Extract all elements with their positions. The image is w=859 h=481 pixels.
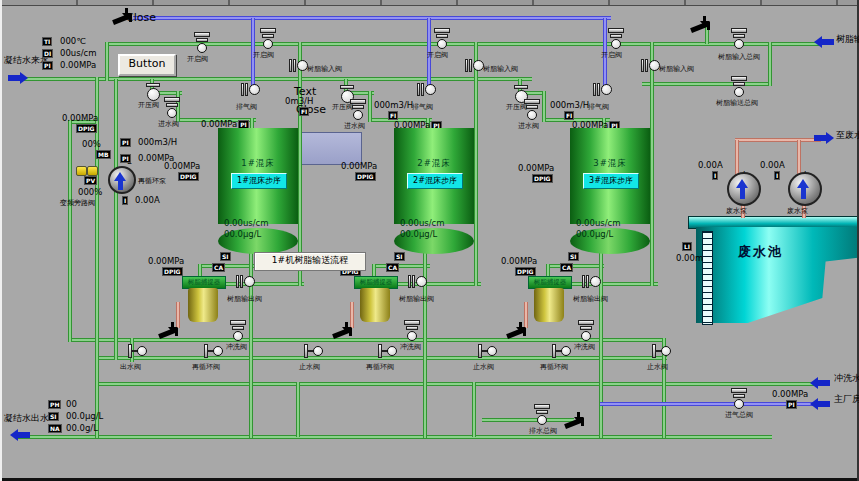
valve-body	[561, 346, 571, 356]
valve[interactable]	[534, 404, 554, 428]
valve-label: 树脂输送总阀	[716, 98, 758, 108]
flow-arrow	[814, 132, 834, 144]
valve-bonnet	[731, 28, 747, 33]
instrument-tag: CA	[560, 263, 573, 272]
drain-icon	[692, 16, 718, 36]
valve[interactable]	[578, 320, 598, 344]
valve[interactable]	[230, 320, 250, 344]
valve-body	[734, 39, 744, 49]
valve[interactable]	[289, 58, 309, 82]
recirculation-pump[interactable]	[108, 166, 136, 194]
pipe	[735, 138, 821, 142]
waste-pool	[696, 227, 858, 323]
flow-arrow	[8, 72, 28, 84]
flow-arrow	[10, 429, 30, 441]
instrument-reading: 0.00A	[135, 195, 160, 205]
valve-stem-box	[352, 105, 364, 109]
menu-bar[interactable]	[2, 0, 859, 6]
flow-arrow	[814, 36, 834, 48]
generic-button[interactable]: Button	[118, 54, 176, 76]
pipe	[95, 382, 821, 386]
valve[interactable]	[641, 58, 661, 82]
flow-arrow	[810, 377, 830, 389]
instrument-tag: DPIG	[178, 172, 199, 181]
resin-trap-body	[360, 288, 390, 322]
step-sequence-button-2[interactable]: 2#混床步序	[407, 173, 463, 189]
flow-arrow	[810, 398, 830, 410]
step-sequence-button-3[interactable]: 3#混床步序	[583, 173, 639, 189]
instrument-tag: PH	[48, 400, 61, 409]
valve-flange	[293, 59, 296, 72]
valve-bonnet	[164, 97, 180, 102]
valve-stem-box	[436, 34, 448, 38]
step-sequence-button-1[interactable]: 1#混床步序	[231, 173, 287, 189]
valve[interactable]	[194, 32, 214, 56]
pipe	[16, 77, 532, 81]
valve-label: 止水阀	[647, 362, 668, 372]
arrow-body	[818, 401, 830, 407]
waste-pump-2[interactable]	[788, 172, 822, 206]
pump-arrow-stem	[118, 181, 123, 190]
manual-auto-icon[interactable]	[87, 166, 98, 176]
valve-body	[590, 276, 601, 287]
static-label: 废水泵	[726, 208, 747, 216]
valve-label: 开启阀	[601, 50, 622, 60]
valve-bonnet	[731, 388, 747, 393]
valve-label: 排气阀	[236, 102, 257, 112]
valve[interactable]	[465, 58, 485, 82]
instrument-reading: 0.00MPa	[341, 161, 377, 171]
valve-body	[611, 39, 621, 49]
valve-flange	[412, 275, 415, 288]
instrument-reading: 000m3/H	[550, 100, 589, 110]
pump-arrow-icon	[736, 179, 748, 188]
tank-title: 1#混床	[218, 158, 298, 170]
valve[interactable]	[404, 320, 424, 344]
instrument-reading: 00.0g/L	[66, 423, 98, 433]
valve-bonnet	[524, 99, 540, 104]
manual-auto-icon[interactable]	[76, 166, 87, 176]
resin-trap-body	[188, 288, 218, 322]
instrument-tag: CA	[212, 263, 225, 272]
valve-bonnet	[340, 85, 354, 89]
valve[interactable]	[260, 28, 280, 52]
valve-label: 开启阀	[253, 50, 274, 60]
valve-flange	[408, 275, 411, 288]
valve-label: 冲洗阀	[574, 342, 595, 352]
instrument-tag: I	[712, 171, 718, 180]
pump-arrow-stem	[801, 188, 806, 199]
valve[interactable]	[164, 97, 184, 121]
valve[interactable]	[731, 28, 751, 52]
instrument-reading: 000m3/H	[138, 137, 177, 147]
valve-body	[353, 110, 363, 120]
valve[interactable]	[524, 99, 544, 123]
static-label: 至废水池	[836, 131, 859, 141]
valve-label: 进水阀	[518, 121, 539, 131]
valve[interactable]	[608, 28, 628, 52]
instrument-reading: 000m3/H	[374, 100, 413, 110]
hmi-screen: 废水池 CloseTextClose凝结水来水凝结水出水树脂输入至废水池冲洗水主…	[0, 0, 859, 481]
instrument-reading: 0.00MPa	[518, 163, 554, 173]
instrument-reading: 0.00MPa	[164, 161, 200, 171]
instrument-reading: 000℃	[60, 36, 86, 46]
valve[interactable]	[434, 28, 454, 52]
instrument-tag: SI	[48, 412, 59, 421]
valve-body	[167, 108, 177, 118]
instrument-tag: PI	[42, 61, 53, 70]
valve[interactable]	[731, 76, 751, 100]
resin-trap: 树脂捕捉器	[354, 276, 400, 324]
valve-body	[233, 331, 243, 341]
valve-bonnet	[731, 76, 747, 81]
valve-label: 树脂输出阀	[573, 294, 608, 304]
valve-flange	[465, 59, 468, 72]
resin-flow-button[interactable]: 1#机树脂输送流程	[254, 252, 366, 271]
valve[interactable]	[731, 388, 751, 412]
valve-label: 树脂输出阀	[399, 294, 434, 304]
valve-body	[527, 110, 537, 120]
waste-pump-1[interactable]	[727, 172, 761, 206]
valve[interactable]	[350, 99, 370, 123]
valve-bonnet	[404, 320, 420, 325]
instrument-tag: DPIG	[76, 124, 97, 133]
valve-label: 开启阀	[427, 50, 448, 60]
valve-flange	[641, 59, 644, 72]
valve-flange	[417, 83, 420, 96]
